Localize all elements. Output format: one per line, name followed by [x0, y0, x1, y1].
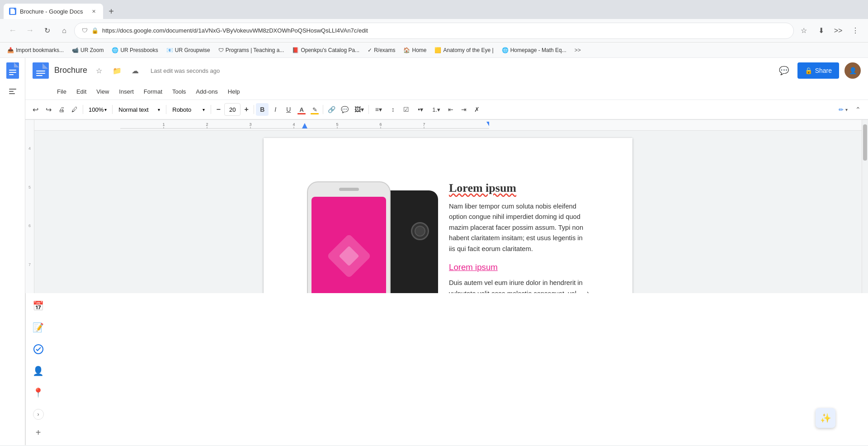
download-button[interactable]: ⬇ [814, 24, 828, 38]
undo-button[interactable]: ↩ [29, 103, 42, 116]
redo-button[interactable]: ↪ [42, 103, 55, 116]
address-bar[interactable]: 🛡 🔒 https://docs.google.com/document/d/1… [74, 23, 794, 39]
ai-assistant-button[interactable]: ✨ [816, 408, 835, 428]
share-button[interactable]: 🔒 Share [797, 62, 839, 79]
nav-bar: ← → ↻ ⌂ 🛡 🔒 https://docs.google.com/docu… [0, 19, 868, 43]
bookmark-import[interactable]: 📥 Import bookmarks... [4, 46, 67, 55]
horizontal-ruler: 1 2 3 4 5 6 7 [34, 120, 862, 131]
clear-format-button[interactable]: ✗ [471, 103, 483, 116]
outline-toggle-button[interactable] [5, 83, 21, 100]
bookmark-pressbooks[interactable]: 🌐 UR Pressbooks [108, 46, 161, 55]
bookmark-exams[interactable]: ✓ R/exams [364, 46, 399, 55]
font-size-plus-button[interactable]: + [241, 103, 252, 116]
bookmark-math[interactable]: 🌐 Homepage - Math Eq... [498, 46, 570, 55]
svg-text:4: 4 [292, 122, 295, 127]
svg-text:3: 3 [249, 122, 251, 127]
menu-file[interactable]: File [52, 86, 71, 97]
docs-title-info: Brochure [54, 66, 87, 76]
checklist-button[interactable]: ☑ [400, 103, 412, 116]
vertical-ruler: 4 5 6 7 [25, 120, 34, 293]
text-color-button[interactable]: A [295, 103, 308, 116]
menu-help[interactable]: Help [223, 86, 245, 97]
move-to-folder-button[interactable]: 📁 [111, 64, 123, 77]
vertical-scrollbar-track[interactable] [862, 120, 868, 293]
font-size-display[interactable]: 20 [224, 103, 241, 116]
zoom-selector[interactable]: 100% ▾ [85, 103, 110, 116]
insert-comment-button[interactable]: 💬 [338, 103, 351, 116]
bookmark-zoom[interactable]: 📹 UR Zoom [68, 46, 107, 55]
paint-format-button[interactable]: 🖊 [68, 103, 81, 116]
calendar-sidebar-button[interactable]: 📅 [29, 297, 47, 315]
bookmarks-bar: 📥 Import bookmarks... 📹 UR Zoom 🌐 UR Pre… [0, 43, 868, 58]
comments-panel-button[interactable]: 💬 [776, 62, 792, 79]
bookmark-anatomy[interactable]: 🟨 Anatomy of the Eye | [431, 46, 497, 55]
menu-bar: File Edit View Insert Format Tools Add-o… [25, 83, 868, 100]
active-tab[interactable]: Brochure - Google Docs ✕ [4, 4, 103, 19]
indent-less-button[interactable]: ⇤ [444, 103, 457, 116]
font-selector[interactable]: Roboto ▾ [168, 103, 209, 116]
add-sidebar-app-button[interactable]: + [29, 423, 47, 441]
forward-button[interactable]: → [23, 24, 37, 38]
home-button[interactable]: ⌂ [57, 24, 71, 38]
notes-sidebar-button[interactable]: 📝 [29, 318, 47, 337]
tab-close-button[interactable]: ✕ [90, 7, 98, 15]
print-button[interactable]: 🖨 [55, 103, 68, 116]
style-selector[interactable]: Normal text ▾ [114, 103, 164, 116]
italic-button[interactable]: I [269, 103, 282, 116]
new-tab-button[interactable]: + [105, 5, 118, 18]
expand-panel-button[interactable]: › [33, 409, 44, 420]
svg-rect-5 [9, 91, 14, 92]
reload-button[interactable]: ↻ [40, 24, 54, 38]
insert-image-button[interactable]: 🖼▾ [351, 103, 367, 116]
user-avatar[interactable]: 👤 [844, 62, 861, 79]
bookmark-programs[interactable]: 🛡 Programs | Teaching a... [215, 46, 288, 55]
maps-sidebar-button[interactable]: 📍 [29, 384, 47, 402]
svg-text:1: 1 [162, 122, 165, 127]
svg-rect-6 [9, 93, 15, 94]
font-size-minus-button[interactable]: − [213, 103, 224, 116]
security-icon: 🛡 [82, 27, 88, 34]
lock-icon: 🔒 [91, 27, 99, 34]
docs-title-bar: Brochure ☆ 📁 ☁ Last edit was seconds ago… [25, 58, 868, 83]
doc-scroll-container[interactable]: 1 2 3 4 5 6 7 [34, 120, 862, 293]
svg-rect-10 [36, 75, 42, 76]
menu-view[interactable]: View [92, 86, 113, 97]
highlight-button[interactable]: ✎ [308, 103, 321, 116]
docs-document-title[interactable]: Brochure [54, 66, 87, 76]
contacts-sidebar-button[interactable]: 👤 [29, 362, 47, 380]
numbered-button[interactable]: 1.▾ [429, 103, 444, 116]
bold-button[interactable]: B [256, 103, 269, 116]
menu-edit[interactable]: Edit [72, 86, 91, 97]
svg-rect-9 [36, 73, 45, 74]
tasks-sidebar-button[interactable] [29, 340, 47, 358]
bookmark-groupwise[interactable]: 📧 UR Groupwise [163, 46, 214, 55]
bookmark-catalog[interactable]: 📕 Openkpu's Catalog Pa... [288, 46, 363, 55]
right-panel-sidebar: 📅 📝 👤 📍 › + [25, 293, 51, 445]
doc-text-content: Lorem ipsum Nam liber tempor cum soluta … [449, 181, 589, 293]
alignment-button[interactable]: ≡▾ [371, 103, 386, 116]
tab-favicon [9, 8, 16, 15]
menu-insert[interactable]: Insert [114, 86, 138, 97]
menu-button[interactable]: ⋮ [848, 24, 863, 38]
menu-addons[interactable]: Add-ons [191, 86, 222, 97]
bookmark-button[interactable]: ☆ [797, 24, 811, 38]
vertical-scrollbar-thumb[interactable] [863, 124, 867, 161]
underline-button[interactable]: U [282, 103, 295, 116]
docs-content: Brochure ☆ 📁 ☁ Last edit was seconds ago… [25, 58, 868, 445]
menu-tools[interactable]: Tools [168, 86, 190, 97]
indent-more-button[interactable]: ⇥ [458, 103, 470, 116]
bookmark-home[interactable]: 🏠 Home [400, 46, 430, 55]
docs-app-logo[interactable] [4, 62, 22, 80]
editing-mode-selector[interactable]: ✏ ▾ [835, 103, 851, 116]
back-button[interactable]: ← [5, 24, 20, 38]
browser-chrome: Brochure - Google Docs ✕ + ← → ↻ ⌂ 🛡 🔒 h… [0, 0, 868, 58]
collapse-toolbar-button[interactable]: ⌃ [852, 103, 864, 116]
extensions-button[interactable]: >> [831, 24, 845, 38]
cloud-status-button[interactable]: ☁ [129, 64, 142, 77]
insert-link-button[interactable]: 🔗 [325, 103, 338, 116]
star-button[interactable]: ☆ [93, 64, 105, 77]
line-spacing-button[interactable]: ↕ [387, 103, 399, 116]
more-bookmarks-button[interactable]: >> [571, 46, 585, 55]
bullets-button[interactable]: •▾ [413, 103, 428, 116]
menu-format[interactable]: Format [139, 86, 167, 97]
